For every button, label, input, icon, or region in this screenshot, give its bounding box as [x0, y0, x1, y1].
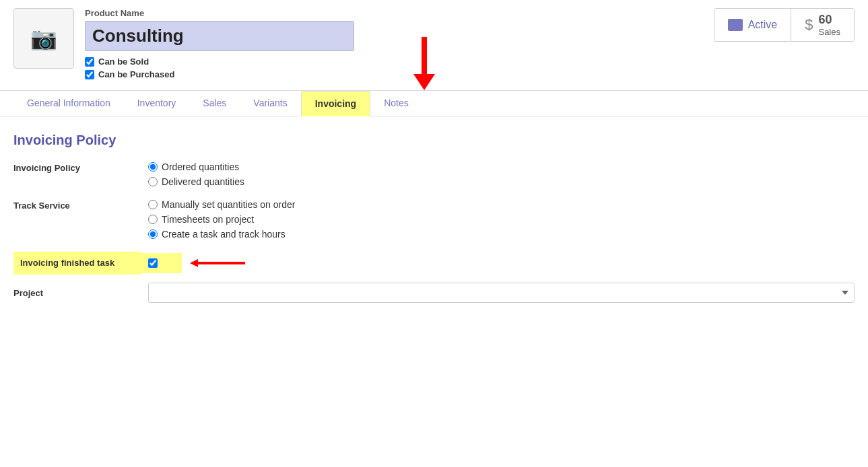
red-arrow-finished-task: [190, 259, 245, 267]
camera-icon: 📷: [30, 26, 57, 51]
track-service-label: Track Service: [13, 199, 148, 211]
invoicing-finished-task-label: Invoicing finished task: [13, 252, 141, 275]
sales-count: 60: [818, 13, 840, 27]
manual-quantities-row: Manually set quantities on order: [148, 199, 855, 210]
active-status[interactable]: Active: [714, 9, 792, 41]
tab-invoicing[interactable]: Invoicing: [301, 91, 370, 116]
delivered-quantities-row: Delivered quantities: [148, 176, 855, 187]
sales-label: Sales: [818, 27, 840, 37]
invoicing-finished-task-checkbox[interactable]: [148, 258, 158, 268]
manual-quantities-label: Manually set quantities on order: [162, 199, 295, 210]
project-label: Project: [13, 288, 148, 298]
invoicing-policy-label: Invoicing Policy: [13, 161, 148, 173]
tabs-bar: General Information Inventory Sales Vari…: [0, 91, 868, 116]
tab-general-information[interactable]: General Information: [13, 91, 124, 116]
create-task-radio[interactable]: [148, 229, 158, 239]
create-task-label: Create a task and track hours: [162, 229, 286, 240]
invoicing-policy-row: Invoicing Policy Ordered quantities Deli…: [13, 161, 855, 191]
manual-quantities-radio[interactable]: [148, 200, 158, 209]
create-task-row: Create a task and track hours: [148, 229, 855, 240]
timesheets-radio[interactable]: [148, 215, 158, 224]
active-icon: [728, 19, 743, 31]
ordered-quantities-label: Ordered quantities: [162, 161, 239, 172]
track-service-row: Track Service Manually set quantities on…: [13, 199, 855, 244]
product-image: 📷: [13, 8, 74, 69]
can-be-sold-label: Can be Sold: [98, 57, 149, 67]
invoicing-policy-title: Invoicing Policy: [13, 133, 855, 148]
can-be-purchased-checkbox[interactable]: [85, 70, 94, 79]
sales-stats[interactable]: $ 60 Sales: [791, 9, 854, 41]
tab-notes[interactable]: Notes: [370, 91, 422, 116]
product-name-label: Product Name: [85, 8, 703, 18]
project-row: Project: [13, 283, 855, 303]
timesheets-label: Timesheets on project: [162, 214, 254, 225]
tab-sales[interactable]: Sales: [189, 91, 240, 116]
tab-inventory[interactable]: Inventory: [124, 91, 190, 116]
invoicing-finished-task-row: Invoicing finished task: [13, 252, 855, 275]
invoicing-finished-task-controls: [141, 253, 182, 273]
can-be-purchased-label: Can be Purchased: [98, 69, 174, 79]
ordered-quantities-radio[interactable]: [148, 162, 158, 172]
tab-variants[interactable]: Variants: [240, 91, 300, 116]
can-be-purchased-row: Can be Purchased: [85, 69, 703, 79]
invoicing-policy-controls: Ordered quantities Delivered quantities: [148, 161, 855, 191]
product-name-field[interactable]: Consulting: [85, 21, 354, 51]
track-service-controls: Manually set quantities on order Timeshe…: [148, 199, 855, 244]
delivered-quantities-radio[interactable]: [148, 177, 158, 186]
ordered-quantities-row: Ordered quantities: [148, 161, 855, 172]
project-select[interactable]: [148, 283, 855, 303]
delivered-quantities-label: Delivered quantities: [162, 176, 244, 187]
dollar-icon: $: [805, 16, 813, 34]
can-be-sold-checkbox[interactable]: [85, 57, 94, 67]
content-area: Invoicing Policy Invoicing Policy Ordere…: [0, 116, 868, 327]
timesheets-row: Timesheets on project: [148, 214, 855, 225]
product-info: Product Name Consulting Can be Sold Can …: [85, 8, 703, 82]
can-be-sold-row: Can be Sold: [85, 57, 703, 67]
active-label: Active: [748, 19, 778, 31]
status-area: Active $ 60 Sales: [714, 8, 855, 42]
red-arrow-invoicing: [413, 37, 435, 90]
